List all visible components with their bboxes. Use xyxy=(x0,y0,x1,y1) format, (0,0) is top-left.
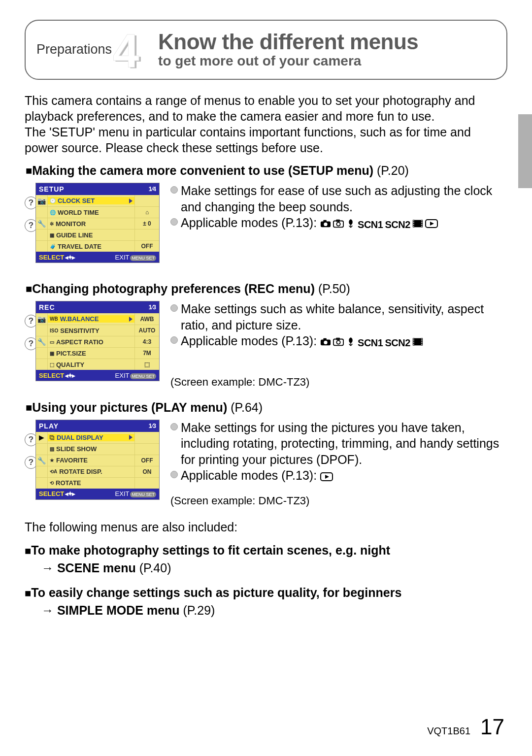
menu-item-label: ⟲AROTATE DISP. xyxy=(48,468,134,475)
menu-left-icon: 📷 xyxy=(36,195,48,206)
menu-item-value xyxy=(134,432,159,443)
play-heading: ■Using your pictures (PLAY menu) (P.64) xyxy=(26,400,507,415)
menu-item-value xyxy=(134,230,159,240)
intro-paragraph: This camera contains a range of menus to… xyxy=(25,93,507,156)
play-mode-icon xyxy=(320,472,333,481)
play-section: ■Using your pictures (PLAY menu) (P.64) … xyxy=(25,400,507,507)
svg-point-2 xyxy=(324,223,327,226)
menu-row: ⟲AROTATE DISP.ON xyxy=(36,466,159,477)
menu-item-value: OFF xyxy=(134,455,159,466)
menu-row: ⟲ROTATE xyxy=(36,477,159,489)
menu-item-value: ⌂ xyxy=(134,207,159,218)
play-menu-screenshot: PLAY1⁄3▶⿻DUAL DISPLAY▧SLIDE SHOW🔧★FAVORI… xyxy=(35,420,160,500)
menu-row: ⬚QUALITY⬚ xyxy=(36,359,159,370)
scn2-mode-icon: SCN2 xyxy=(385,334,410,350)
preparations-label: Preparations xyxy=(36,42,112,57)
menu-item-label: ⟲ROTATE xyxy=(48,479,134,487)
svg-rect-28 xyxy=(413,341,414,342)
menu-item-value: OFF xyxy=(134,241,159,252)
svg-rect-19 xyxy=(323,338,326,340)
svg-rect-9 xyxy=(413,221,414,222)
play-bullet-1: Make settings for using the pictures you… xyxy=(170,420,507,468)
macro-mode-icon xyxy=(346,337,356,347)
menu-item-value: ⬚ xyxy=(134,359,159,370)
later-intro: The following menus are also included: xyxy=(25,520,507,534)
menu-left-icon xyxy=(36,230,48,240)
menu-left-icon xyxy=(36,241,48,252)
svg-rect-15 xyxy=(421,224,422,225)
menu-item-value: ON xyxy=(134,466,159,477)
menu-item-value: 7M xyxy=(134,348,159,359)
additional-menu-item: ■To make photography settings to fit cer… xyxy=(25,541,507,577)
menu-item-label: ▧SLIDE SHOW xyxy=(48,445,134,453)
menu-item-label: 🕘CLOCK SET xyxy=(48,197,134,204)
svg-point-20 xyxy=(324,341,327,344)
menu-item-value xyxy=(134,195,159,206)
svg-rect-29 xyxy=(413,342,414,343)
rec-section: ■Changing photography preferences (REC m… xyxy=(25,282,507,389)
menu-item-label: ✲MONITOR xyxy=(48,220,134,228)
play-mode-icon xyxy=(425,219,438,228)
camera-mode-icon xyxy=(320,337,331,346)
menu-left-icon xyxy=(36,325,48,336)
menu-item-label: ISOSENSITIVITY xyxy=(48,327,134,334)
scn1-mode-icon: SCN1 xyxy=(358,216,383,232)
page-side-tab xyxy=(518,114,532,188)
svg-rect-12 xyxy=(413,226,414,227)
menu-left-icon: 📷 xyxy=(36,313,48,325)
menu-left-icon xyxy=(36,478,48,489)
svg-rect-13 xyxy=(421,221,422,222)
menu-left-icon: 🔧 xyxy=(36,218,48,229)
menu-item-value: ± 0 xyxy=(134,218,159,229)
menu-row: ▦GUIDE LINE xyxy=(36,229,159,240)
manual-code: VQT1B61 xyxy=(427,725,470,737)
movie-mode-icon xyxy=(412,337,423,346)
menu-left-icon xyxy=(36,444,48,455)
play-bullet-2: Applicable modes (P.13): xyxy=(170,467,507,484)
svg-rect-14 xyxy=(421,223,422,224)
setup-bullet-2: Applicable modes (P.13): SCN1SCN2 xyxy=(170,215,507,232)
additional-menus-list: ■To make photography settings to fit cer… xyxy=(25,541,507,620)
svg-rect-1 xyxy=(323,220,326,222)
page-number: 17 xyxy=(480,715,504,739)
menu-item-value xyxy=(134,444,159,455)
section-header: Preparations 4 4 Know the different menu… xyxy=(25,20,507,80)
menu-left-icon xyxy=(36,466,48,477)
menu-row: 📷🕘CLOCK SET xyxy=(36,195,159,206)
menu-left-icon xyxy=(36,348,48,359)
svg-rect-11 xyxy=(413,224,414,225)
setup-heading: ■Making the camera more convenient to us… xyxy=(26,164,507,178)
svg-rect-34 xyxy=(421,344,422,345)
setup-menu-screenshot: SETUP1⁄4📷🕘CLOCK SET🌐WORLD TIME⌂🔧✲MONITOR… xyxy=(35,183,160,263)
rec-bullet-2: Applicable modes (P.13): SCN1SCN2 xyxy=(170,333,507,350)
menu-row: 🔧✲MONITOR± 0 xyxy=(36,218,159,229)
menu-left-icon: 🔧 xyxy=(36,455,48,466)
macro-mode-icon xyxy=(346,219,356,229)
menu-row: 📷WBW.BALANCEAWB xyxy=(36,313,159,325)
menu-item-value: 4:3 xyxy=(134,336,159,347)
movie-mode-icon xyxy=(412,219,423,228)
menu-item-label: ⿻DUAL DISPLAY xyxy=(48,434,134,441)
scn1-mode-icon: SCN1 xyxy=(358,334,383,350)
simple-mode-icon xyxy=(333,219,344,228)
menu-item-value xyxy=(134,478,159,489)
rec-heading: ■Changing photography preferences (REC m… xyxy=(26,282,507,296)
menu-row: ▧SLIDE SHOW xyxy=(36,443,159,455)
svg-rect-27 xyxy=(413,339,414,340)
menu-row: ▦PICT.SIZE7M xyxy=(36,347,159,359)
svg-point-22 xyxy=(336,341,340,344)
menu-item-label: ▭ASPECT RATIO xyxy=(48,338,134,346)
menu-row: ▶⿻DUAL DISPLAY xyxy=(36,432,159,443)
menu-row: ISOSENSITIVITYAUTO xyxy=(36,325,159,336)
scn2-mode-icon: SCN2 xyxy=(385,216,410,232)
menu-item-label: ★FAVORITE xyxy=(48,457,134,464)
menu-item-label: ⬚QUALITY xyxy=(48,361,134,368)
svg-rect-31 xyxy=(421,339,422,340)
menu-row: 🌐WORLD TIME⌂ xyxy=(36,206,159,218)
menu-item-label: ▦GUIDE LINE xyxy=(48,231,134,239)
simple-mode-icon xyxy=(333,337,344,346)
setup-section: ■Making the camera more convenient to us… xyxy=(25,164,507,263)
menu-item-label: 🧳TRAVEL DATE xyxy=(48,243,134,250)
page-title: Know the different menus xyxy=(158,30,496,54)
rec-menu-screenshot: REC1⁄3📷WBW.BALANCEAWBISOSENSITIVITYAUTO🔧… xyxy=(35,301,160,381)
